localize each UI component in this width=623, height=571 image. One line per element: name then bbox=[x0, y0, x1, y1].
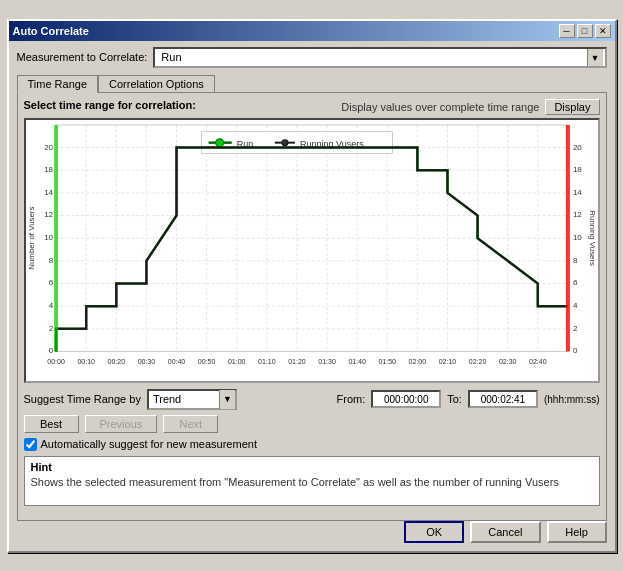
cancel-button[interactable]: Cancel bbox=[470, 521, 540, 543]
svg-text:12: 12 bbox=[572, 210, 582, 219]
svg-text:8: 8 bbox=[48, 255, 53, 264]
svg-text:00:10: 00:10 bbox=[77, 358, 95, 365]
svg-text:00:20: 00:20 bbox=[107, 358, 125, 365]
svg-text:00:30: 00:30 bbox=[137, 358, 155, 365]
svg-text:02:20: 02:20 bbox=[468, 358, 486, 365]
suggest-row: Suggest Time Range by Trend ▼ From: 000:… bbox=[24, 389, 600, 410]
svg-text:00:50: 00:50 bbox=[197, 358, 215, 365]
svg-point-74 bbox=[281, 139, 287, 145]
svg-text:02:00: 02:00 bbox=[408, 358, 426, 365]
hint-container: Hint Shows the selected measurement from… bbox=[24, 456, 600, 506]
help-button[interactable]: Help bbox=[547, 521, 607, 543]
svg-text:14: 14 bbox=[572, 187, 582, 196]
svg-text:00:40: 00:40 bbox=[167, 358, 185, 365]
auto-correlate-window: Auto Correlate ─ □ ✕ Measurement to Corr… bbox=[7, 19, 617, 553]
svg-text:18: 18 bbox=[572, 165, 582, 174]
svg-text:10: 10 bbox=[572, 233, 582, 242]
checkbox-row: Automatically suggest for new measuremen… bbox=[24, 438, 600, 451]
hint-text: Shows the selected measurement from "Mea… bbox=[31, 476, 593, 488]
svg-text:8: 8 bbox=[572, 255, 577, 264]
svg-text:01:50: 01:50 bbox=[378, 358, 396, 365]
svg-text:Running Vusers: Running Vusers bbox=[587, 210, 596, 266]
measurement-label: Measurement to Correlate: bbox=[17, 51, 148, 63]
svg-text:20: 20 bbox=[44, 142, 54, 151]
bottom-buttons: OK Cancel Help bbox=[17, 521, 607, 543]
measurement-value: Run bbox=[157, 49, 586, 66]
svg-text:02:40: 02:40 bbox=[529, 358, 547, 365]
svg-text:02:10: 02:10 bbox=[438, 358, 456, 365]
display-range-text: Display values over complete time range bbox=[341, 101, 539, 113]
window-title: Auto Correlate bbox=[13, 25, 89, 37]
from-label: From: bbox=[337, 393, 366, 405]
suggest-dropdown-arrow[interactable]: ▼ bbox=[219, 390, 235, 409]
svg-text:4: 4 bbox=[572, 301, 577, 310]
svg-text:01:30: 01:30 bbox=[318, 358, 336, 365]
svg-text:01:10: 01:10 bbox=[258, 358, 276, 365]
svg-text:01:00: 01:00 bbox=[227, 358, 245, 365]
svg-text:Number of Vusers: Number of Vusers bbox=[26, 206, 35, 269]
window-content: Measurement to Correlate: Run ▼ Time Ran… bbox=[9, 41, 615, 551]
suggest-method-select[interactable]: Trend ▼ bbox=[147, 389, 237, 410]
previous-button[interactable]: Previous bbox=[85, 415, 158, 433]
maximize-button[interactable]: □ bbox=[577, 24, 593, 38]
measurement-row: Measurement to Correlate: Run ▼ bbox=[17, 47, 607, 68]
tab-time-range[interactable]: Time Range bbox=[17, 75, 99, 93]
select-time-label: Select time range for correlation: bbox=[24, 99, 196, 111]
tabs: Time Range Correlation Options bbox=[17, 74, 607, 92]
time-hint: (hhh:mm:ss) bbox=[544, 394, 600, 405]
svg-text:10: 10 bbox=[44, 233, 54, 242]
close-button[interactable]: ✕ bbox=[595, 24, 611, 38]
svg-text:14: 14 bbox=[44, 187, 54, 196]
tab-content: Select time range for correlation: Displ… bbox=[17, 92, 607, 521]
btn-row: Best Previous Next bbox=[24, 415, 600, 433]
title-bar: Auto Correlate ─ □ ✕ bbox=[9, 21, 615, 41]
svg-text:00:00: 00:00 bbox=[47, 358, 65, 365]
ok-button[interactable]: OK bbox=[404, 521, 464, 543]
title-bar-controls: ─ □ ✕ bbox=[559, 24, 611, 38]
svg-text:6: 6 bbox=[48, 278, 53, 287]
svg-text:20: 20 bbox=[572, 142, 582, 151]
best-button[interactable]: Best bbox=[24, 415, 79, 433]
from-time-input[interactable]: 000:00:00 bbox=[371, 390, 441, 408]
measurement-select[interactable]: Run ▼ bbox=[153, 47, 606, 68]
auto-suggest-checkbox[interactable] bbox=[24, 438, 37, 451]
next-button[interactable]: Next bbox=[163, 415, 218, 433]
svg-text:18: 18 bbox=[44, 165, 54, 174]
svg-text:0: 0 bbox=[48, 346, 53, 355]
chart-area: 0 2 4 6 8 10 12 14 18 20 0 2 4 6 8 10 bbox=[24, 118, 600, 383]
svg-point-71 bbox=[215, 138, 223, 146]
svg-text:2: 2 bbox=[48, 323, 53, 332]
hint-box: Hint Shows the selected measurement from… bbox=[24, 456, 600, 506]
tab-correlation-options[interactable]: Correlation Options bbox=[98, 75, 215, 93]
auto-suggest-label: Automatically suggest for new measuremen… bbox=[41, 438, 257, 450]
svg-text:02:30: 02:30 bbox=[498, 358, 516, 365]
chart-header: Select time range for correlation: Displ… bbox=[24, 99, 600, 115]
chart-svg: 0 2 4 6 8 10 12 14 18 20 0 2 4 6 8 10 bbox=[26, 120, 598, 381]
svg-text:01:40: 01:40 bbox=[348, 358, 366, 365]
svg-text:01:20: 01:20 bbox=[288, 358, 306, 365]
to-time-input[interactable]: 000:02:41 bbox=[468, 390, 538, 408]
hint-title: Hint bbox=[31, 461, 593, 473]
svg-text:4: 4 bbox=[48, 301, 53, 310]
svg-text:12: 12 bbox=[44, 210, 54, 219]
display-button[interactable]: Display bbox=[545, 99, 599, 115]
svg-text:2: 2 bbox=[572, 323, 577, 332]
measurement-dropdown-arrow[interactable]: ▼ bbox=[587, 49, 603, 68]
to-label: To: bbox=[447, 393, 462, 405]
svg-text:6: 6 bbox=[572, 278, 577, 287]
svg-text:0: 0 bbox=[572, 346, 577, 355]
suggest-label: Suggest Time Range by bbox=[24, 393, 141, 405]
minimize-button[interactable]: ─ bbox=[559, 24, 575, 38]
